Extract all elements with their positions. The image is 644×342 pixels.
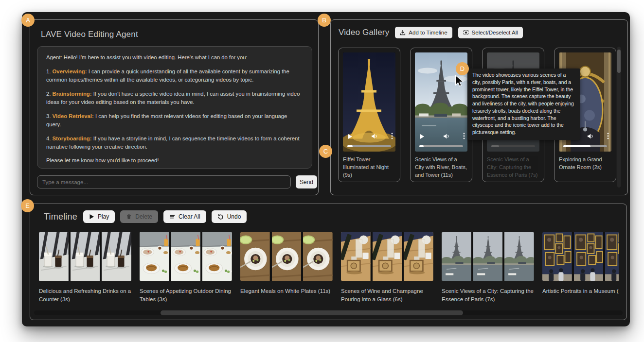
more-options-icon[interactable]	[607, 133, 609, 141]
button-label: Clear All	[179, 213, 200, 220]
video-caption: Exploring a Grand Ornate Room (2s)	[559, 156, 611, 171]
clip-frame	[504, 232, 534, 281]
timeline-panel-title: Timeline	[44, 212, 77, 222]
clip-frame	[373, 232, 402, 281]
clip-frame	[404, 232, 433, 281]
volume-icon[interactable]	[443, 133, 450, 141]
add-to-timeline-icon	[400, 30, 406, 35]
timeline-clip[interactable]: Delicious and Refreshing Drinks on a Cou…	[39, 232, 131, 304]
timeline-clip[interactable]: Elegant Meals on White Plates (11s)	[240, 232, 333, 304]
clip-frame	[140, 232, 169, 281]
video-description-tooltip: The video showcases various scenes of a …	[468, 68, 580, 140]
clip-filmstrip[interactable]	[442, 232, 534, 281]
clip-frame	[102, 232, 131, 281]
play-icon[interactable]	[419, 133, 425, 141]
clip-frame	[542, 232, 572, 281]
figure-badge-b: B	[318, 14, 331, 27]
clear-icon	[169, 214, 175, 220]
video-progress-bar[interactable]	[419, 145, 463, 147]
timeline-toolbar: Play Delete Clear All Undo	[83, 210, 247, 223]
chat-capability-item: 1. Overviewing: I can provide a quick un…	[46, 68, 303, 84]
clip-frame	[341, 232, 371, 281]
trash-icon	[126, 214, 132, 220]
chat-capability-keyword: Overviewing:	[53, 68, 87, 74]
clip-filmstrip[interactable]	[39, 232, 131, 281]
add-to-timeline-label: Add to Timeline	[409, 30, 447, 35]
clip-frame	[605, 232, 619, 281]
clip-filmstrip[interactable]	[341, 232, 433, 281]
clip-caption: Delicious and Refreshing Drinks on a Cou…	[39, 287, 131, 304]
video-player[interactable]	[343, 52, 395, 152]
figure-badge-a: A	[21, 14, 35, 27]
video-card[interactable]: Eiffel Tower Illuminated at Night (9s)	[338, 48, 400, 182]
video-progress-bar[interactable]	[491, 145, 535, 147]
video-progress-bar[interactable]	[563, 145, 607, 147]
clip-frame	[303, 232, 333, 281]
figure-badge-e: E	[21, 199, 34, 212]
timeline-clip[interactable]: Artistic Portraits in a Museum (	[542, 232, 619, 304]
clip-frame	[39, 232, 69, 281]
clip-frame	[171, 232, 201, 281]
video-progress-bar[interactable]	[347, 145, 391, 147]
figure-badge-d: D	[456, 62, 469, 75]
clip-caption: Elegant Meals on White Plates (11s)	[240, 287, 333, 295]
clear-all-button[interactable]: Clear All	[163, 210, 206, 223]
clip-caption: Scenic Views of a City: Capturing the Es…	[442, 287, 534, 304]
app-window: LAVE Video Editing Agent Agent: Hello! I…	[22, 12, 630, 326]
clip-frame	[71, 232, 100, 281]
figure-badge-c: C	[319, 145, 332, 158]
clip-caption: Scenes of Appetizing Outdoor Dining Tabl…	[140, 287, 232, 304]
chat-capability-item: 3. Video Retrieval: I can help you find …	[46, 112, 303, 129]
button-label: Undo	[227, 213, 241, 220]
mouse-cursor-icon	[453, 74, 465, 90]
timeline-clip[interactable]: Scenes of Wine and Champagne Pouring int…	[341, 232, 433, 304]
clip-frame	[272, 232, 302, 281]
chat-capability-item: 4. Storyboarding: If you have a storylin…	[46, 135, 303, 151]
clip-frame	[574, 232, 604, 281]
chat-message-box: Agent: Hello! I'm here to assist you wit…	[37, 46, 312, 169]
video-caption: Scenic Views of a City with River, Boats…	[415, 156, 467, 179]
play-icon	[89, 214, 94, 220]
gallery-scrollbar-thumb[interactable]	[617, 50, 621, 73]
select-all-label: Select/Deselect All	[472, 30, 518, 35]
chat-panel-title: LAVE Video Editing Agent	[41, 30, 138, 39]
clip-filmstrip[interactable]	[140, 232, 232, 281]
volume-icon[interactable]	[587, 133, 594, 141]
timeline-clip[interactable]: Scenic Views of a City: Capturing the Es…	[442, 232, 534, 304]
timeline-panel: Timeline Play Delete Clear All Undo	[30, 204, 627, 320]
delete-button[interactable]: Delete	[120, 210, 158, 223]
clip-frame	[442, 232, 471, 281]
undo-icon	[217, 214, 224, 220]
undo-button[interactable]: Undo	[212, 210, 247, 223]
volume-icon[interactable]	[371, 133, 378, 141]
clip-filmstrip[interactable]	[240, 232, 333, 281]
clip-frame	[202, 232, 232, 281]
timeline-scrollbar-thumb[interactable]	[161, 310, 463, 315]
timeline-scrollbar[interactable]	[34, 310, 623, 315]
chat-capability-keyword: Video Retrieval:	[53, 113, 94, 119]
timeline-clip-row: Delicious and Refreshing Drinks on a Cou…	[39, 232, 619, 304]
send-button[interactable]: Send	[296, 175, 317, 188]
add-to-timeline-button[interactable]: Add to Timeline	[395, 27, 452, 38]
clip-filmstrip[interactable]	[542, 232, 619, 281]
play-icon[interactable]	[347, 133, 353, 141]
button-label: Delete	[135, 213, 152, 220]
clip-frame	[473, 232, 503, 281]
select-all-icon	[463, 30, 469, 35]
video-caption: Scenic Views of a City: Capturing the Es…	[487, 156, 539, 179]
select-deselect-all-button[interactable]: Select/Deselect All	[458, 27, 523, 38]
chat-message-input[interactable]	[37, 175, 291, 188]
chat-panel: LAVE Video Editing Agent Agent: Hello! I…	[30, 19, 319, 195]
play-button[interactable]: Play	[83, 210, 115, 223]
timeline-clip[interactable]: Scenes of Appetizing Outdoor Dining Tabl…	[140, 232, 232, 304]
more-options-icon[interactable]	[463, 133, 465, 141]
gallery-scrollbar[interactable]	[617, 47, 621, 188]
gallery-panel-title: Video Gallery	[339, 28, 389, 37]
chat-capability-keyword: Brainstorming:	[53, 91, 92, 97]
more-options-icon[interactable]	[391, 133, 393, 141]
clip-caption: Scenes of Wine and Champagne Pouring int…	[341, 287, 433, 304]
button-label: Play	[98, 213, 109, 220]
chat-capability-keyword: Storyboarding:	[53, 136, 92, 141]
clip-caption: Artistic Portraits in a Museum (	[542, 287, 619, 295]
chat-message-intro: Agent: Hello! I'm here to assist you wit…	[46, 53, 303, 62]
